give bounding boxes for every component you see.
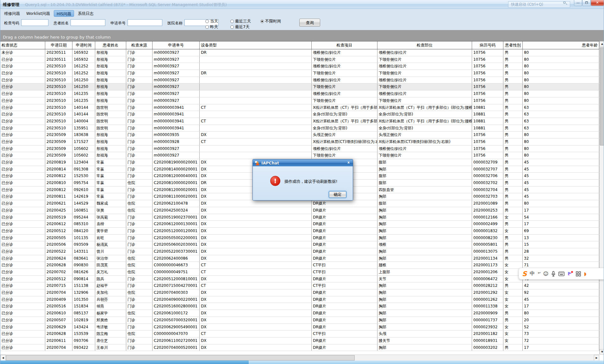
cell[interactable]: C2020062400086 — [153, 255, 200, 262]
table-row[interactable]: 已分诊20200624083641张治华住院C2020062400086DXDR… — [0, 255, 599, 262]
cell[interactable]: C20200611002720001 — [153, 337, 200, 344]
cell[interactable]: 门诊 — [126, 111, 153, 118]
cell[interactable]: 腹部 — [377, 173, 472, 179]
cell[interactable]: 13 — [523, 235, 599, 241]
cell[interactable]: C2020042500324 — [153, 207, 200, 214]
cell[interactable]: DR摄片 — [312, 276, 377, 282]
cell[interactable]: 胸部 — [377, 221, 472, 227]
cell[interactable]: 常嬴 — [95, 159, 126, 166]
cell[interactable]: C20200505002200001 — [153, 235, 200, 241]
cell[interactable]: 已分诊 — [0, 139, 45, 145]
cell[interactable]: 陈世明 — [95, 111, 126, 118]
cell[interactable]: 090814 — [72, 276, 95, 282]
cell[interactable]: 17 — [523, 221, 599, 227]
cell[interactable]: C0000000049751 — [153, 269, 200, 275]
cell[interactable]: DX — [200, 303, 312, 310]
table-row[interactable]: 已分诊20200704093422王奉川门诊C20200704000520001… — [0, 344, 599, 351]
cell[interactable]: 已分诊 — [0, 310, 45, 317]
cell[interactable]: DX — [200, 207, 312, 214]
cell[interactable]: 085310 — [72, 221, 95, 227]
cell[interactable]: 胸部 — [377, 324, 472, 330]
cell[interactable]: 敖祖海 — [95, 152, 126, 159]
cell[interactable]: 80 — [523, 132, 599, 138]
ok-button[interactable]: 确定 — [329, 191, 346, 198]
tab-his[interactable]: HIS问题 — [54, 10, 74, 17]
cell[interactable]: 已分诊 — [0, 145, 45, 152]
cell[interactable]: 已分诊 — [0, 317, 45, 324]
cell[interactable]: 胸部 — [377, 248, 472, 255]
cell[interactable]: 084120 — [72, 228, 95, 234]
cell[interactable]: 80 — [523, 56, 599, 63]
cell[interactable]: 已分诊 — [0, 63, 45, 70]
cell[interactable]: 未分诊 — [0, 49, 45, 56]
cell[interactable]: 已分诊 — [0, 344, 45, 351]
cell[interactable]: 095754 — [72, 180, 95, 186]
table-row[interactable]: 已分诊20200507102819郑昊焓门诊C20200507000320001… — [0, 317, 599, 324]
cell[interactable]: 42 — [523, 282, 599, 289]
cell[interactable]: m000003927 — [153, 70, 200, 77]
cell[interactable]: 门诊 — [126, 248, 153, 255]
cell[interactable]: 已分诊 — [0, 193, 45, 200]
column-header-1[interactable]: 申请日期 — [45, 41, 72, 49]
cell[interactable]: 颈椎 — [377, 241, 472, 248]
cell[interactable]: DX — [200, 289, 312, 296]
cell[interactable]: 0000003202 — [472, 344, 503, 351]
cell[interactable]: 151834 — [72, 303, 95, 310]
cell[interactable]: 王奉川 — [95, 344, 126, 351]
cell[interactable]: 20230510 — [45, 111, 72, 118]
cell[interactable]: 2020001182 — [472, 330, 503, 337]
table-row[interactable]: 已分诊20230510161252敖祖海门诊m000003927颈椎侧位/斜位片… — [0, 63, 599, 70]
tab-syslog[interactable]: 系统日志 — [75, 10, 96, 17]
cell[interactable]: 胸部 — [377, 317, 472, 324]
cell[interactable]: 颈椎侧位/斜位片 — [377, 90, 472, 97]
cell[interactable]: 吴加伦 — [95, 289, 126, 296]
cell[interactable]: 颈椎侧位/斜位片 — [377, 63, 472, 70]
cell[interactable]: 女 — [503, 324, 523, 330]
cell[interactable]: 92 — [523, 289, 599, 296]
cell[interactable]: 膝关节 — [377, 337, 472, 344]
cell[interactable] — [200, 97, 312, 104]
scroll-up-arrow-icon[interactable]: ▲ — [600, 41, 604, 46]
cell[interactable]: CT — [200, 282, 312, 289]
cell[interactable]: 门诊 — [126, 118, 153, 125]
cell[interactable]: 10881 — [472, 125, 503, 132]
table-row[interactable]: 已分诊20200425160851张昊住院C2020042500324DXDR摄… — [0, 207, 599, 214]
cell[interactable]: 已分诊 — [0, 324, 45, 330]
dialog-title-bar[interactable]: IAPChat x — [253, 159, 353, 166]
cell[interactable]: 常嬴 — [95, 187, 126, 193]
cell[interactable]: DX — [200, 324, 312, 330]
cell[interactable] — [200, 56, 312, 63]
cell[interactable]: 胸部 — [377, 193, 472, 200]
cell[interactable]: 已分诊 — [0, 337, 45, 344]
tool-icon[interactable]: ◗ — [584, 271, 586, 277]
cell[interactable] — [200, 111, 312, 118]
cell[interactable]: 20200811 — [45, 193, 72, 200]
cell[interactable]: 胸部 — [377, 303, 472, 310]
cell[interactable]: 门诊 — [126, 90, 153, 97]
cell[interactable]: 20200812 — [45, 173, 72, 179]
cell[interactable]: 20230509 — [45, 139, 72, 145]
cell[interactable]: 80 — [523, 77, 599, 83]
cell[interactable]: 20200611 — [45, 337, 72, 344]
cell[interactable]: 男 — [503, 111, 523, 118]
cell[interactable]: 80 — [523, 310, 599, 317]
cell[interactable]: 20230510 — [45, 97, 72, 104]
cell[interactable]: 已分诊 — [0, 303, 45, 310]
toolbox-grid-icon[interactable] — [576, 271, 581, 276]
cell[interactable]: 住院 — [126, 289, 153, 296]
column-header-0[interactable]: 检查状态 — [0, 41, 45, 49]
cell[interactable]: 男 — [503, 63, 523, 70]
cell[interactable]: 20230510 — [45, 104, 72, 111]
cell[interactable]: CT — [200, 139, 312, 145]
cell[interactable]: 颈椎侧位/斜位片 — [312, 49, 377, 56]
cell[interactable]: 140144 — [72, 111, 95, 118]
cell[interactable]: 20200506 — [45, 241, 72, 248]
cell[interactable]: 已分诊 — [0, 159, 45, 166]
cell[interactable]: 093422 — [72, 344, 95, 351]
cell[interactable]: DX — [200, 214, 312, 221]
cell[interactable]: 45 — [523, 173, 599, 179]
cell[interactable]: 门诊 — [126, 324, 153, 330]
cell[interactable]: 135951 — [72, 125, 95, 132]
cell[interactable]: 门诊 — [126, 132, 153, 138]
cell[interactable]: 上腹部 — [377, 269, 472, 275]
